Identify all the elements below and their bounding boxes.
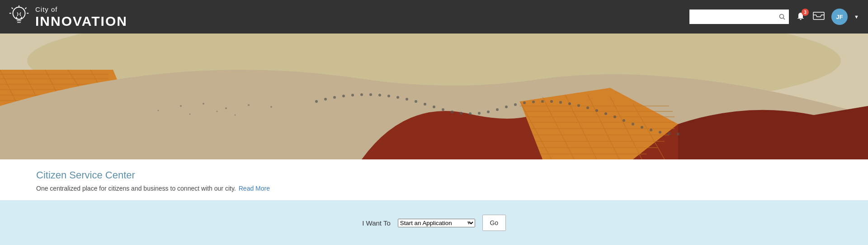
service-center-title: Citizen Service Center — [36, 169, 832, 181]
i-want-to-section: I Want To Start an ApplicationCheck Appl… — [0, 200, 868, 245]
svg-line-2 — [12, 8, 13, 9]
svg-point-93 — [217, 111, 218, 112]
svg-point-45 — [315, 100, 318, 103]
svg-point-94 — [235, 115, 236, 116]
svg-point-50 — [360, 93, 363, 96]
svg-point-66 — [505, 106, 508, 108]
svg-point-87 — [203, 103, 204, 105]
svg-point-84 — [668, 132, 670, 135]
go-button[interactable]: Go — [482, 215, 506, 231]
service-center-description: One centralized place for citizens and b… — [36, 185, 832, 192]
svg-point-86 — [180, 105, 182, 107]
svg-point-57 — [424, 103, 426, 106]
search-input[interactable] — [693, 14, 779, 20]
svg-point-85 — [677, 133, 679, 135]
svg-point-80 — [632, 123, 634, 125]
svg-point-71 — [550, 100, 553, 103]
svg-point-62 — [469, 112, 472, 115]
svg-point-0 — [13, 7, 25, 19]
svg-point-59 — [442, 108, 444, 111]
search-icon — [779, 14, 785, 20]
notification-badge: 3 — [802, 9, 809, 16]
svg-point-74 — [577, 104, 580, 107]
svg-point-72 — [559, 101, 562, 104]
description-text: One centralized place for citizens and b… — [36, 185, 236, 192]
svg-point-79 — [623, 119, 625, 122]
header: City of INNOVATION 3 — [0, 0, 868, 34]
svg-point-67 — [514, 103, 517, 106]
svg-point-78 — [613, 115, 616, 118]
svg-point-92 — [189, 114, 191, 115]
svg-point-81 — [641, 126, 643, 129]
svg-point-82 — [650, 129, 652, 131]
svg-point-52 — [378, 94, 381, 96]
svg-line-3 — [25, 8, 27, 9]
cart-icon[interactable] — [812, 10, 825, 23]
svg-point-51 — [369, 93, 372, 96]
logo-city-of: City of — [35, 5, 127, 14]
svg-point-68 — [523, 101, 526, 104]
i-want-to-select[interactable]: Start an ApplicationCheck Application St… — [398, 219, 475, 227]
select-wrapper: Start an ApplicationCheck Application St… — [398, 219, 475, 227]
svg-point-89 — [248, 104, 250, 106]
svg-point-88 — [225, 107, 227, 109]
svg-point-58 — [433, 106, 435, 108]
user-avatar[interactable]: JF — [831, 9, 848, 25]
svg-point-83 — [659, 131, 661, 134]
logo-text: City of INNOVATION — [35, 5, 127, 29]
svg-point-90 — [270, 106, 272, 108]
read-more-link[interactable]: Read More — [239, 185, 270, 192]
svg-point-91 — [158, 110, 159, 111]
svg-point-46 — [324, 98, 327, 101]
svg-point-56 — [415, 100, 417, 103]
svg-line-9 — [783, 18, 785, 20]
svg-point-70 — [541, 100, 544, 103]
header-right: 3 JF ▼ — [689, 9, 859, 25]
svg-point-54 — [396, 96, 399, 99]
user-dropdown-arrow[interactable]: ▼ — [854, 14, 859, 19]
svg-point-73 — [568, 102, 571, 105]
svg-point-8 — [780, 14, 784, 19]
svg-point-64 — [487, 110, 490, 113]
svg-point-55 — [406, 98, 408, 101]
i-want-to-label: I Want To — [362, 219, 391, 227]
svg-point-47 — [333, 96, 336, 99]
svg-point-77 — [604, 112, 607, 115]
svg-rect-10 — [813, 12, 824, 19]
svg-point-53 — [387, 95, 390, 97]
search-box — [689, 10, 789, 24]
content-section: Citizen Service Center One centralized p… — [0, 159, 868, 200]
svg-point-61 — [460, 112, 462, 115]
notification-icon[interactable]: 3 — [795, 11, 806, 22]
svg-point-65 — [496, 108, 499, 111]
svg-point-63 — [478, 112, 481, 115]
banner-hero — [0, 34, 868, 159]
logo-area: City of INNOVATION — [8, 5, 127, 29]
svg-point-48 — [342, 95, 345, 97]
svg-point-75 — [586, 106, 589, 109]
svg-point-49 — [351, 94, 354, 96]
banner-illustration — [0, 34, 868, 159]
logo-innovation: INNOVATION — [35, 14, 127, 29]
svg-point-69 — [532, 101, 535, 103]
lightbulb-icon — [8, 5, 30, 29]
inbox-icon — [812, 10, 825, 21]
svg-point-60 — [451, 110, 453, 113]
svg-point-76 — [595, 109, 598, 112]
